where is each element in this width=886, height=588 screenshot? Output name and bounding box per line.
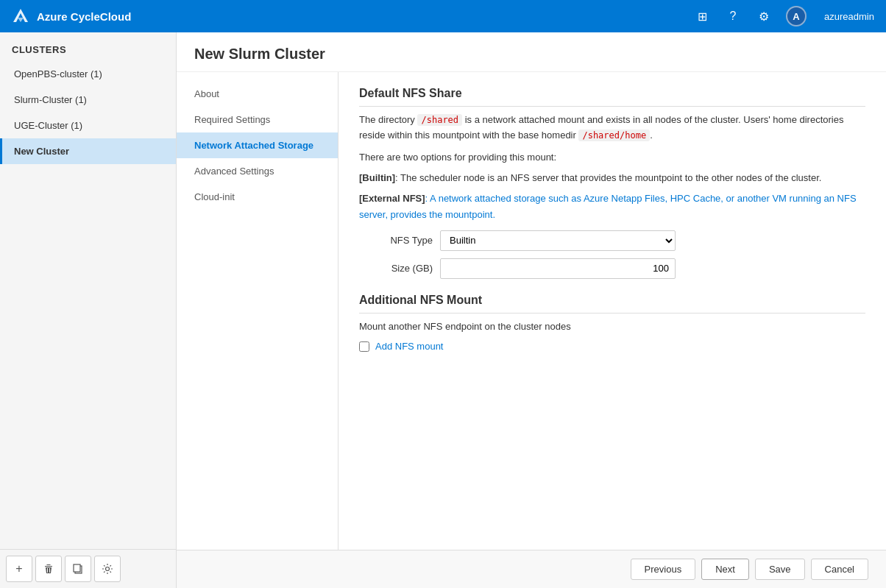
wizard-nav-required[interactable]: Required Settings — [177, 107, 338, 132]
trash-icon — [43, 563, 54, 575]
copy-cluster-button[interactable] — [65, 556, 91, 582]
svg-rect-3 — [74, 564, 80, 572]
sidebar-item-new-cluster[interactable]: New Cluster — [0, 138, 176, 164]
wizard-nav-nas[interactable]: Network Attached Storage — [177, 132, 338, 158]
nfs-type-select[interactable]: Builtin External NFS — [440, 230, 676, 251]
svg-point-4 — [106, 567, 110, 571]
add-nfs-mount-row: Add NFS mount — [359, 341, 865, 352]
size-row: Size (GB) — [359, 258, 865, 279]
save-button[interactable]: Save — [755, 559, 805, 580]
additional-nfs-title: Additional NFS Mount — [359, 294, 865, 314]
username: azureadmin — [824, 11, 874, 22]
additional-nfs-section: Additional NFS Mount Mount another NFS e… — [359, 294, 865, 353]
size-label: Size (GB) — [359, 263, 433, 274]
main-layout: Clusters OpenPBS-cluster (1) Slurm-Clust… — [0, 32, 886, 588]
cancel-button[interactable]: Cancel — [811, 559, 868, 580]
nfs-type-row: NFS Type Builtin External NFS — [359, 230, 865, 251]
page-title: New Slurm Cluster — [194, 46, 868, 63]
previous-button[interactable]: Previous — [631, 559, 696, 580]
wizard-nav-advanced[interactable]: Advanced Settings — [177, 158, 338, 184]
monitor-icon[interactable]: ⊞ — [693, 7, 711, 25]
nfs-external-option: [External NFS]: A network attached stora… — [359, 191, 865, 223]
sidebar-title: Clusters — [0, 32, 176, 61]
wizard-navigation: About Required Settings Network Attached… — [177, 72, 339, 550]
nfs-builtin-option: [Builtin]: The scheduler node is an NFS … — [359, 170, 865, 186]
footer: Previous Next Save Cancel — [177, 550, 886, 588]
content-body: About Required Settings Network Attached… — [177, 72, 886, 550]
sidebar-item-slurm[interactable]: Slurm-Cluster (1) — [0, 87, 176, 113]
delete-cluster-button[interactable] — [35, 556, 62, 582]
next-button[interactable]: Next — [701, 559, 749, 580]
add-nfs-mount-label[interactable]: Add NFS mount — [375, 341, 444, 352]
app-logo: Azure CycleCloud — [12, 7, 131, 25]
wizard-nav-about[interactable]: About — [177, 81, 338, 107]
nfs-type-label: NFS Type — [359, 235, 433, 246]
azure-logo-icon — [12, 7, 29, 25]
svg-marker-1 — [18, 18, 24, 22]
wizard-nav-cloudinit[interactable]: Cloud-init — [177, 184, 338, 210]
cluster-settings-button[interactable] — [94, 556, 121, 582]
gear-icon — [102, 563, 113, 575]
shared-code: /shared — [417, 114, 462, 126]
copy-icon — [72, 563, 84, 575]
top-navigation: Azure CycleCloud ⊞ ? ⚙ A azureadmin — [0, 0, 886, 32]
content-area: New Slurm Cluster About Required Setting… — [177, 32, 886, 588]
page-header: New Slurm Cluster — [177, 32, 886, 72]
additional-nfs-desc: Mount another NFS endpoint on the cluste… — [359, 319, 865, 334]
settings-icon[interactable]: ⚙ — [755, 7, 773, 25]
nfs-description-1: The directory /shared is a network attac… — [359, 113, 865, 144]
add-nfs-mount-checkbox[interactable] — [359, 341, 369, 352]
form-content: Default NFS Share The directory /shared … — [339, 72, 886, 550]
default-nfs-section-title: Default NFS Share — [359, 87, 865, 107]
app-title: Azure CycleCloud — [37, 10, 131, 23]
topnav-icons: ⊞ ? ⚙ A azureadmin — [693, 6, 874, 26]
sidebar: Clusters OpenPBS-cluster (1) Slurm-Clust… — [0, 32, 177, 588]
size-input[interactable] — [440, 258, 676, 279]
help-icon[interactable]: ? — [724, 7, 742, 25]
sidebar-item-openpbs[interactable]: OpenPBS-cluster (1) — [0, 61, 176, 87]
nfs-options-intro: There are two options for providing this… — [359, 149, 865, 166]
sidebar-item-uge[interactable]: UGE-Cluster (1) — [0, 113, 176, 138]
sidebar-footer: + — [0, 549, 176, 588]
avatar[interactable]: A — [786, 6, 807, 26]
shared-home-code: /shared/home — [578, 130, 650, 141]
add-cluster-button[interactable]: + — [6, 556, 32, 582]
